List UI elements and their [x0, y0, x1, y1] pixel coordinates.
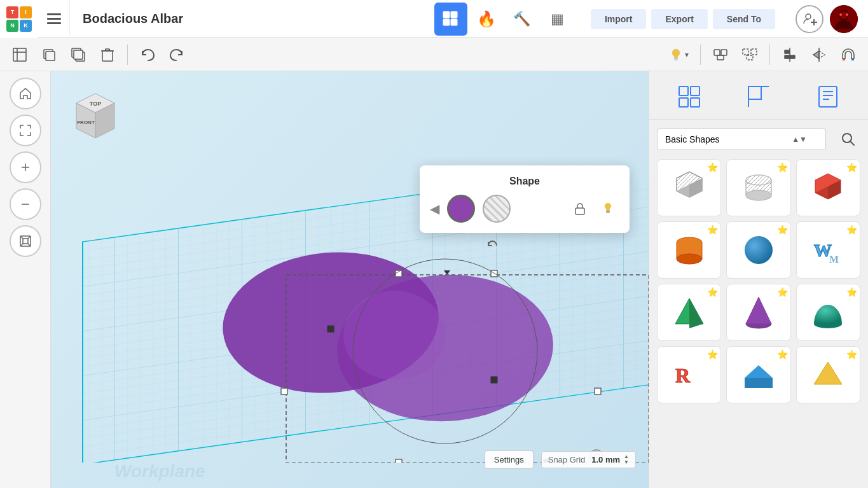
shape-cylinder-hole[interactable]: ⭐ — [726, 159, 790, 216]
svg-point-13 — [839, 13, 842, 16]
svg-rect-15 — [13, 48, 26, 61]
nav-blocks-button[interactable]: ▦ — [541, 3, 574, 36]
snap-up-arrow[interactable]: ▲ — [624, 454, 629, 459]
ungroup-button[interactable] — [736, 41, 763, 68]
delete-button[interactable] — [94, 41, 121, 68]
canvas-area[interactable]: TOP FRONT Shape ◀ — [51, 71, 649, 488]
shape-text-label[interactable]: ⭐ R — [657, 346, 721, 403]
svg-rect-32 — [717, 55, 724, 60]
export-button[interactable]: Export — [651, 9, 707, 29]
shape-cone[interactable]: ⭐ — [726, 284, 790, 341]
lock-icon[interactable] — [568, 197, 591, 220]
svg-rect-40 — [843, 59, 845, 60]
shape-prism[interactable]: ⭐ — [796, 346, 860, 403]
snap-grid-value: 1.0 mm — [591, 455, 620, 464]
shape-text-3d[interactable]: ⭐ W M — [796, 221, 860, 279]
zoom-out-button[interactable] — [10, 188, 41, 220]
svg-rect-6 — [451, 19, 457, 25]
svg-rect-29 — [675, 59, 678, 60]
svg-rect-80 — [691, 98, 699, 107]
shape-box-hole[interactable]: ⭐ — [657, 159, 721, 216]
snap-down-arrow[interactable]: ▼ — [624, 460, 629, 465]
project-name[interactable]: Bodacious Albar — [70, 11, 428, 26]
svg-rect-4 — [451, 11, 457, 18]
align-button[interactable] — [776, 41, 803, 68]
shape-sphere[interactable]: ⭐ — [726, 221, 790, 279]
settings-button[interactable]: Settings — [485, 450, 534, 469]
svg-rect-81 — [748, 87, 761, 99]
user-area — [785, 5, 868, 33]
shapes-search-button[interactable] — [836, 127, 860, 151]
shapes-header: Basic Shapes ▲▼ — [657, 127, 860, 151]
copy-stamp-button[interactable] — [65, 41, 92, 68]
home-view-button[interactable] — [10, 78, 41, 109]
shape-half-sphere[interactable]: ⭐ — [796, 284, 860, 341]
redo-button[interactable] — [163, 41, 190, 68]
snap-stepper[interactable]: ▲ ▼ — [624, 454, 629, 465]
hole-swatch[interactable] — [483, 195, 511, 223]
light-toggle-button[interactable]: ▾ — [665, 43, 694, 67]
user-avatar[interactable] — [830, 5, 858, 33]
nav-hammer-button[interactable]: 🔨 — [506, 3, 539, 36]
nav-fire-button[interactable]: 🔥 — [470, 3, 503, 36]
star-badge: ⭐ — [777, 225, 788, 235]
svg-rect-35 — [747, 55, 753, 60]
zoom-in-button[interactable] — [10, 151, 41, 183]
magnet-button[interactable] — [835, 41, 862, 68]
shape-wedge[interactable]: ⭐ — [726, 346, 790, 403]
svg-rect-76 — [607, 212, 610, 213]
svg-point-97 — [746, 190, 771, 200]
svg-rect-27 — [106, 49, 109, 51]
duplicate-button[interactable] — [36, 41, 62, 68]
svg-rect-22 — [74, 50, 83, 59]
toolbar-separator-3 — [769, 45, 770, 65]
fit-view-button[interactable] — [10, 115, 41, 146]
svg-rect-41 — [851, 59, 854, 60]
chevron-left-icon[interactable]: ◀ — [430, 201, 439, 216]
toolbar: ▾ — [0, 38, 868, 71]
star-badge: ⭐ — [707, 287, 718, 297]
flip-button[interactable] — [806, 41, 832, 68]
top-actions: Import Export Send To — [581, 9, 785, 29]
shape-box-red[interactable]: ⭐ — [796, 159, 860, 216]
svg-text:R: R — [675, 364, 691, 387]
undo-button[interactable] — [134, 41, 161, 68]
shapes-grid: ⭐ ⭐ — [657, 159, 860, 341]
snap-grid-label: Snap Grid — [548, 455, 586, 464]
svg-rect-38 — [785, 55, 795, 59]
toolbar-separator-1 — [127, 45, 128, 65]
star-badge: ⭐ — [777, 162, 788, 172]
orientation-cube[interactable]: TOP FRONT — [64, 84, 127, 154]
shape-popup-title: Shape — [430, 176, 619, 187]
snap-grid-area: Snap Grid 1.0 mm ▲ ▼ — [541, 451, 636, 468]
svg-rect-28 — [674, 58, 678, 59]
svg-rect-37 — [785, 50, 790, 53]
svg-point-108 — [745, 236, 773, 264]
group-button[interactable] — [707, 41, 734, 68]
star-badge: ⭐ — [707, 225, 718, 235]
logo[interactable]: T I N K — [0, 0, 38, 38]
visible-light-icon[interactable] — [596, 197, 619, 220]
star-badge: ⭐ — [846, 225, 857, 235]
star-badge: ⭐ — [846, 349, 857, 359]
send-to-button[interactable]: Send To — [713, 9, 775, 29]
add-user-button[interactable] — [796, 5, 823, 33]
hamburger-button[interactable] — [38, 0, 70, 38]
new-workplane-button[interactable] — [6, 41, 33, 68]
measure-panel-tab[interactable] — [740, 79, 778, 114]
notes-panel-tab[interactable] — [809, 79, 847, 114]
svg-marker-118 — [745, 365, 773, 378]
shape-cylinder-orange[interactable]: ⭐ — [657, 221, 721, 279]
perspective-button[interactable] — [10, 225, 41, 257]
svg-point-105 — [677, 254, 702, 264]
solid-color-swatch[interactable] — [447, 195, 475, 223]
import-button[interactable]: Import — [591, 9, 647, 29]
grid-panel-tab[interactable] — [670, 79, 708, 114]
nav-3d-button[interactable] — [434, 3, 467, 36]
svg-line-91 — [850, 141, 854, 145]
shape-pyramid[interactable]: ⭐ — [657, 284, 721, 341]
shape-options: ◀ — [430, 195, 619, 223]
rotate-handle[interactable] — [483, 237, 501, 258]
settings-bar: Settings Snap Grid 1.0 mm ▲ ▼ — [485, 450, 636, 469]
shapes-category-dropdown[interactable]: Basic Shapes — [657, 129, 826, 150]
